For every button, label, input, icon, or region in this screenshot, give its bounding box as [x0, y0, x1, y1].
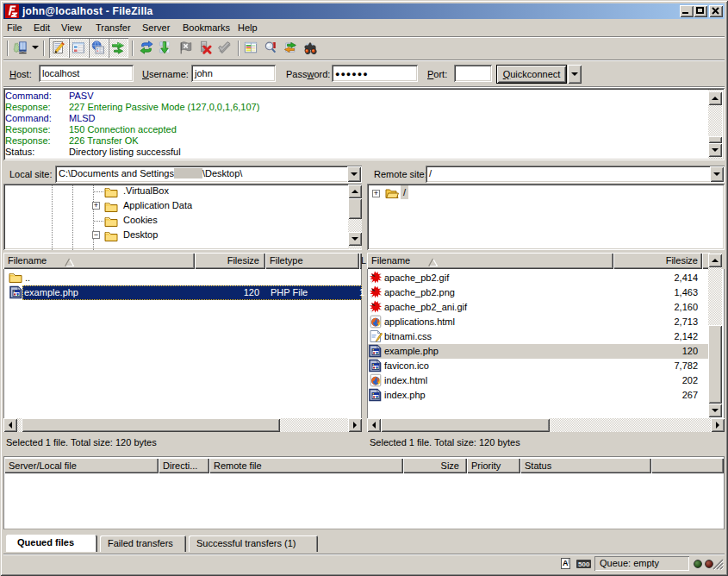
- svg-text:500: 500: [578, 560, 590, 568]
- svg-text:A: A: [563, 559, 569, 567]
